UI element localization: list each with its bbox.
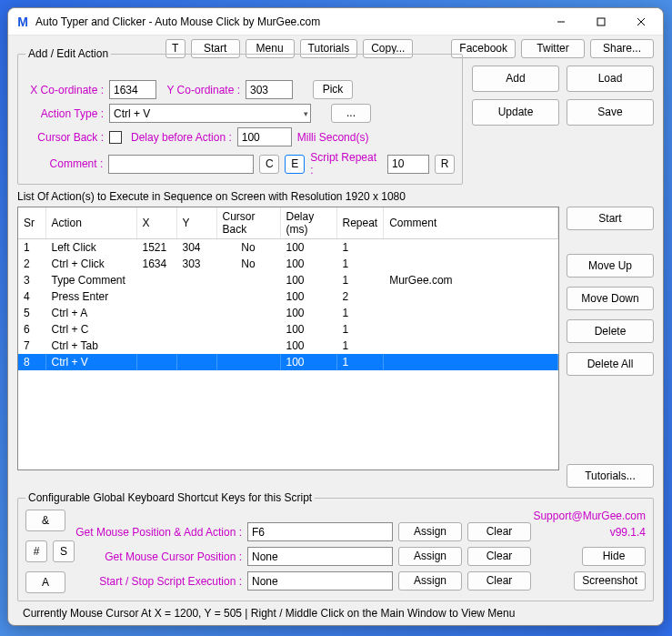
chevron-down-icon: ▾ (304, 109, 308, 118)
e-button[interactable]: E (285, 155, 305, 174)
move-down-button[interactable]: Move Down (567, 287, 654, 310)
table-row[interactable]: 1Left Click1521304No1001 (18, 239, 558, 256)
action-table[interactable]: Sr Action X Y Cursor Back Delay (ms) Rep… (17, 207, 559, 470)
save-button[interactable]: Save (567, 99, 654, 126)
update-button[interactable]: Update (472, 99, 559, 126)
cursor-back-label: Cursor Back : (25, 131, 104, 144)
status-bar: Currently Mouse Cursor At X = 1200, Y = … (17, 605, 654, 623)
col-sr[interactable]: Sr (18, 207, 45, 239)
clear2-button[interactable]: Clear (467, 547, 531, 566)
table-row[interactable]: 7Ctrl + Tab1001 (18, 338, 558, 354)
col-action[interactable]: Action (45, 207, 136, 239)
window-title: Auto Typer and Clicker - Auto Mouse Clic… (35, 15, 541, 28)
app-icon: M (15, 15, 30, 29)
shortcuts-fieldset: Configurable Global Keyboard Shortcut Ke… (17, 491, 654, 601)
minimize-icon (557, 17, 566, 26)
assign2-button[interactable]: Assign (398, 547, 462, 566)
c-button[interactable]: C (259, 155, 279, 174)
y-coord-label: Y Co-ordinate : (162, 84, 240, 96)
tutorials-list-button[interactable]: Tutorials... (567, 464, 654, 488)
twitter-button[interactable]: Twitter (521, 39, 585, 58)
add-button[interactable]: Add (472, 66, 559, 92)
amp-button[interactable]: & (25, 510, 65, 531)
shortcut3-label: Start / Stop Script Execution : (73, 575, 242, 588)
delete-all-button[interactable]: Delete All (567, 352, 654, 376)
version-label: v99.1.4 (537, 526, 646, 539)
delay-unit-label: Milli Second(s) (297, 131, 369, 144)
close-button[interactable] (621, 9, 661, 35)
col-cursor[interactable]: Cursor Back (216, 207, 280, 239)
support-link[interactable]: Support@MurGee.com (73, 510, 646, 522)
svg-rect-1 (597, 18, 605, 25)
table-row[interactable]: 2Ctrl + Click1634303No1001 (18, 256, 558, 272)
table-header-row: Sr Action X Y Cursor Back Delay (ms) Rep… (18, 207, 558, 239)
titlebar[interactable]: M Auto Typer and Clicker - Auto Mouse Cl… (8, 8, 663, 35)
assign1-button[interactable]: Assign (398, 522, 462, 541)
add-edit-fieldset: Add / Edit Action X Co-ordinate : Y Co-o… (17, 47, 463, 185)
delete-button[interactable]: Delete (567, 319, 654, 343)
delay-label: Delay before Action : (131, 131, 232, 144)
pick-button[interactable]: Pick (313, 80, 353, 99)
list-header-label: List Of Action(s) to Execute in Sequence… (17, 190, 654, 203)
move-up-button[interactable]: Move Up (567, 254, 654, 278)
screenshot-button[interactable]: Screenshot (574, 571, 646, 591)
script-repeat-label: Script Repeat : (310, 151, 382, 177)
clear3-button[interactable]: Clear (467, 571, 531, 591)
r-button[interactable]: R (435, 155, 455, 174)
maximize-icon (597, 17, 606, 26)
action-more-button[interactable]: ... (331, 104, 371, 123)
cursor-back-checkbox[interactable] (109, 131, 122, 144)
table-row[interactable]: 4Press Enter1002 (18, 288, 558, 305)
col-x[interactable]: X (136, 207, 176, 239)
shortcut1-input[interactable] (247, 522, 393, 541)
shortcut1-label: Get Mouse Position & Add Action : (73, 526, 242, 539)
col-comment[interactable]: Comment (384, 207, 558, 239)
delay-input[interactable] (237, 127, 292, 146)
table-row[interactable]: 8Ctrl + V1001 (18, 354, 558, 370)
comment-label: Comment : (25, 157, 103, 170)
action-type-value: Ctrl + V (114, 107, 150, 120)
action-type-label: Action Type : (25, 107, 104, 120)
script-repeat-input[interactable] (387, 155, 429, 174)
hide-button[interactable]: Hide (582, 547, 646, 566)
shortcuts-legend: Configurable Global Keyboard Shortcut Ke… (25, 491, 315, 504)
table-row[interactable]: 3Type Comment1001MurGee.com (18, 272, 558, 288)
table-row[interactable]: 6Ctrl + C1001 (18, 321, 558, 338)
shortcut2-label: Get Mouse Cursor Position : (73, 550, 242, 563)
comment-input[interactable] (108, 155, 254, 174)
col-y[interactable]: Y (176, 207, 216, 239)
assign3-button[interactable]: Assign (398, 571, 462, 591)
x-coord-input[interactable] (109, 80, 156, 99)
share-button[interactable]: Share... (590, 39, 654, 58)
clear1-button[interactable]: Clear (467, 522, 531, 541)
col-delay[interactable]: Delay (ms) (280, 207, 336, 239)
table-row[interactable]: 5Ctrl + A1001 (18, 305, 558, 321)
y-coord-input[interactable] (246, 80, 293, 99)
hash-button[interactable]: # (25, 540, 47, 562)
shortcut2-input[interactable] (247, 547, 393, 566)
a-button[interactable]: A (25, 571, 65, 593)
load-button[interactable]: Load (567, 66, 654, 92)
action-type-select[interactable]: Ctrl + V ▾ (109, 104, 311, 123)
minimize-button[interactable] (541, 9, 581, 35)
x-coord-label: X Co-ordinate : (25, 84, 104, 96)
add-edit-legend: Add / Edit Action (25, 47, 111, 60)
shortcut3-input[interactable] (247, 571, 393, 591)
app-window: M Auto Typer and Clicker - Auto Mouse Cl… (7, 7, 664, 626)
start-list-button[interactable]: Start (567, 207, 654, 230)
maximize-button[interactable] (581, 9, 621, 35)
s-button[interactable]: S (53, 540, 75, 562)
col-repeat[interactable]: Repeat (336, 207, 384, 239)
close-icon (637, 17, 646, 26)
